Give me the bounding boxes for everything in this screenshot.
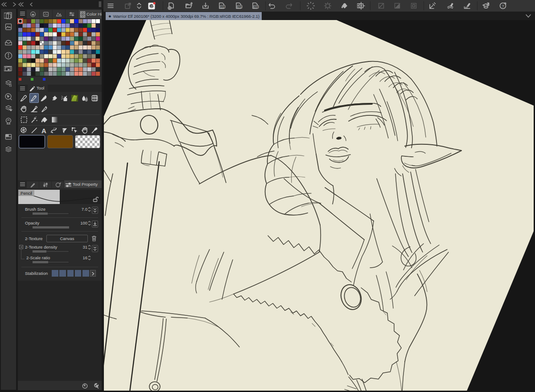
svg-text:psd: psd <box>254 5 258 8</box>
svg-text:jpg: jpg <box>221 5 224 8</box>
svg-text:A: A <box>41 127 46 135</box>
svg-text:png: png <box>238 5 242 8</box>
svg-text:?: ? <box>502 4 504 8</box>
